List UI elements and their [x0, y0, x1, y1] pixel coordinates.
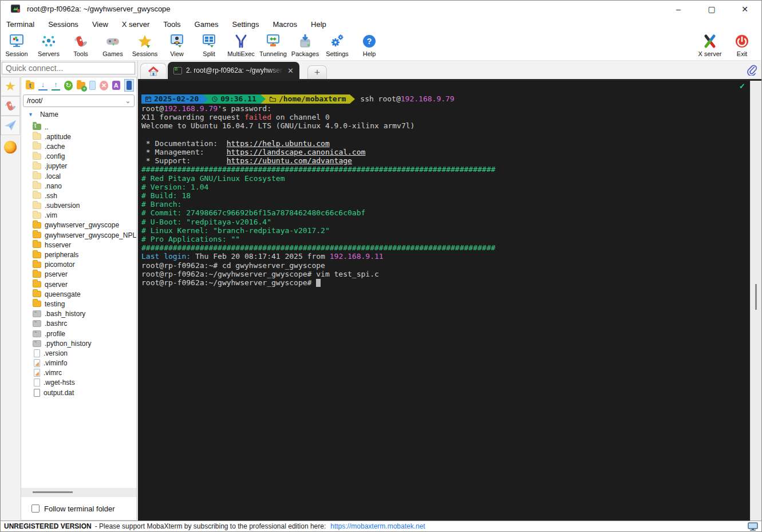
sidebar-tab-sessions[interactable]: ★ — [1, 77, 20, 96]
file-item[interactable]: gwyhwserver_gwyscope_NPL... — [33, 230, 136, 240]
menu-view[interactable]: View — [92, 20, 108, 29]
close-button[interactable]: ✕ — [728, 1, 761, 18]
file-item[interactable]: gwyhwserver_gwyscope — [33, 220, 136, 230]
toolbar-servers-button[interactable]: Servers — [33, 30, 65, 57]
folder-icon — [33, 252, 41, 258]
file-name: .bash_history — [45, 310, 85, 318]
menu-tools[interactable]: Tools — [163, 20, 180, 29]
menu-games[interactable]: Games — [195, 20, 219, 29]
toolbar-multiexec-button[interactable]: MultiExec — [225, 30, 257, 57]
toolbar-settings-button[interactable]: Settings — [321, 30, 353, 57]
file-item[interactable]: .. — [33, 122, 136, 132]
sidebar-tab-tools[interactable] — [1, 96, 20, 116]
toolbar-session-button[interactable]: Session — [1, 30, 33, 57]
file-item[interactable]: .wget-hsts — [33, 378, 136, 388]
menu-settings[interactable]: Settings — [232, 20, 259, 29]
toolbar-games-button[interactable]: Games — [97, 30, 129, 57]
file-item[interactable]: .bashrc — [33, 319, 136, 329]
file-item[interactable]: picomotor — [33, 260, 136, 270]
file-item[interactable]: .ssh — [33, 191, 136, 200]
file-item[interactable]: .cache — [33, 141, 136, 151]
status-bar: UNREGISTERED VERSION - Please support Mo… — [1, 521, 761, 531]
toolbar-xserver-button[interactable]: X server — [694, 30, 726, 57]
file-item[interactable]: .local — [33, 171, 136, 181]
file-item[interactable]: pserver — [33, 270, 136, 279]
window-title: root@rp-f0962a: ~/gwyhwserver_gwyscope — [27, 5, 171, 13]
refresh-icon[interactable]: ↻ — [64, 81, 73, 90]
rename-icon[interactable]: A — [112, 81, 120, 90]
file-item[interactable]: peripherals — [33, 250, 136, 259]
quick-connect-input[interactable] — [2, 62, 135, 74]
toolbar-packages-button[interactable]: Packages — [289, 30, 321, 57]
minimize-button[interactable]: – — [662, 1, 695, 18]
menu-help[interactable]: Help — [311, 20, 326, 29]
clock-icon — [212, 96, 218, 102]
folder-icon — [33, 192, 41, 199]
file-item[interactable]: .viminfo — [33, 358, 136, 368]
path-dropdown[interactable]: /root/ ⌄ — [23, 94, 135, 107]
folder-icon — [33, 173, 41, 179]
terminal-line: # Commit: 27498667c96692b6f15a7878462480… — [141, 208, 750, 217]
file-item[interactable]: .nano — [33, 181, 136, 191]
sidebar-tab-packages[interactable] — [1, 139, 20, 156]
maximize-button[interactable]: ▢ — [695, 1, 728, 18]
folder-icon — [33, 242, 41, 248]
file-item[interactable]: hsserver — [33, 240, 136, 250]
menu-xserver[interactable]: X server — [122, 20, 149, 29]
toolbar-view-button[interactable]: View — [161, 30, 193, 57]
file-item[interactable]: .python_history — [33, 338, 136, 348]
tunneling-icon — [265, 33, 281, 50]
file-item[interactable]: testing — [33, 299, 136, 309]
file-name: picomotor — [45, 261, 75, 269]
file-item[interactable]: .profile — [33, 329, 136, 338]
new-tab-button[interactable]: ＋ — [307, 65, 327, 79]
new-folder-icon[interactable] — [77, 82, 85, 89]
toolbar-sessions-button[interactable]: Sessions — [129, 30, 161, 57]
help-icon: ? — [361, 33, 377, 50]
terminal-scrollbar[interactable] — [750, 81, 761, 521]
download-icon[interactable]: ↓ — [38, 80, 47, 90]
file-item[interactable]: qserver — [33, 279, 136, 289]
file-item[interactable]: .vimrc — [33, 368, 136, 378]
parent-directory-icon[interactable]: t — [26, 82, 34, 89]
terminal-line: * Support: https://ubuntu.com/advantage — [141, 156, 750, 165]
toolbar-label: Help — [363, 50, 376, 57]
file-item[interactable]: .vim — [33, 211, 136, 220]
menu-macros[interactable]: Macros — [273, 20, 297, 29]
terminal-line: root@rp-f0962a:~/gwyhwserver_gwyscope# — [141, 278, 750, 287]
file-item[interactable]: .aptitude — [33, 132, 136, 141]
attachments-paperclip-icon[interactable] — [747, 64, 757, 76]
toolbar-help-button[interactable]: ? Help — [353, 30, 385, 57]
sidebar-tab-macros[interactable] — [1, 116, 20, 135]
new-file-icon[interactable] — [89, 81, 96, 90]
terminal-line: # U-Boot: "redpitaya-v2016.4" — [141, 218, 750, 226]
tab-close-icon[interactable]: ✕ — [287, 66, 294, 75]
upload-icon[interactable]: ↑ — [52, 80, 60, 90]
delete-icon[interactable]: ✕ — [100, 81, 108, 90]
sidebar: ★ t ↓ ↑ ↻ — [1, 61, 138, 521]
file-item[interactable]: output.dat — [33, 388, 136, 397]
file-item[interactable]: .version — [33, 348, 136, 358]
powerline-arrow — [203, 94, 208, 104]
file-item[interactable]: .config — [33, 152, 136, 161]
terminal[interactable]: 2025-02-20 09:36.11 /home/mobaxterm ssh … — [138, 81, 750, 521]
horizontal-scrollbar[interactable] — [21, 488, 136, 497]
file-item[interactable]: queensgate — [33, 289, 136, 299]
follow-terminal-checkbox[interactable] — [31, 505, 40, 513]
active-terminal-tab[interactable]: 2. root@rp-f0962a: ~/gwyhwserver_ ✕ — [168, 62, 299, 79]
file-item[interactable]: .subversion — [33, 201, 136, 211]
file-item[interactable]: .bash_history — [33, 309, 136, 319]
file-name: qserver — [45, 281, 68, 289]
toolbar-split-button[interactable]: Split — [193, 30, 225, 57]
file-item[interactable]: .jupyter — [33, 161, 136, 171]
multiexec-icon — [233, 33, 249, 50]
toolbar-tunneling-button[interactable]: Tunneling — [257, 30, 289, 57]
file-list-header[interactable]: ▼ Name — [21, 108, 136, 121]
mobatek-link[interactable]: https://mobaxterm.mobatek.net — [330, 522, 425, 530]
menu-sessions[interactable]: Sessions — [48, 20, 78, 29]
toolbar-exit-button[interactable]: Exit — [726, 30, 758, 57]
panel-toggle-icon[interactable] — [124, 79, 134, 92]
toolbar-tools-button[interactable]: Tools — [65, 30, 97, 57]
menu-terminal[interactable]: Terminal — [6, 20, 34, 29]
home-tab[interactable] — [140, 63, 167, 79]
